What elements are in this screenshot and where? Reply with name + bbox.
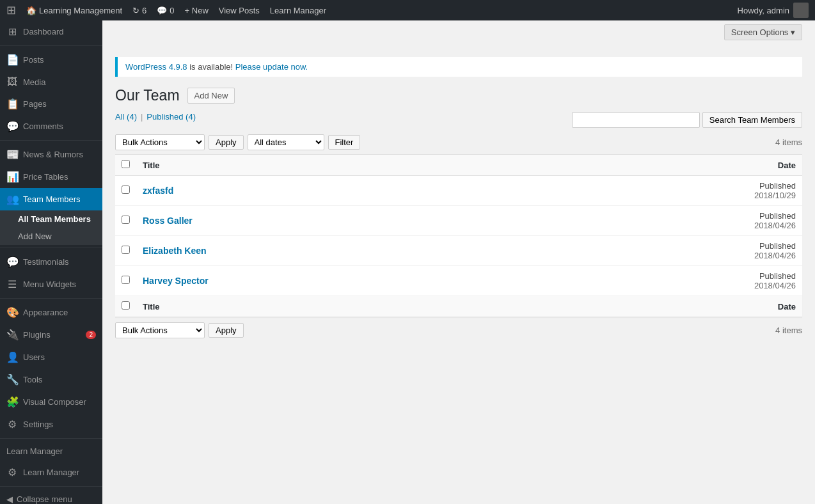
row-title-link[interactable]: Ross Galler — [143, 216, 193, 226]
sidebar-item-visual-composer[interactable]: 🧩 Visual Composer — [0, 391, 102, 413]
row-date-cell: Published 2018/04/26 — [530, 266, 802, 296]
adminbar-comments[interactable]: 💬 0 — [152, 0, 179, 20]
row-title-link[interactable]: zxfasfd — [143, 185, 173, 196]
row-title-link[interactable]: Harvey Spector — [143, 276, 209, 286]
posts-icon: 📄 — [6, 54, 18, 66]
screen-options-button[interactable]: Screen Options ▾ — [724, 24, 802, 40]
search-input[interactable] — [572, 112, 700, 128]
sidebar-item-plugins[interactable]: 🔌 Plugins 2 — [0, 324, 102, 346]
sidebar-item-news-rumors[interactable]: 📰 News & Rumors — [0, 143, 102, 166]
dashboard-icon: ⊞ — [6, 26, 18, 38]
sidebar-item-price-tables[interactable]: 📊 Price Tables — [0, 166, 102, 188]
learn-manager-icon: ⚙ — [6, 466, 18, 478]
sidebar-item-learn-manager-2[interactable]: ⚙ Learn Manager — [0, 461, 102, 484]
table-row: Ross Galler Published 2018/04/26 — [115, 206, 802, 236]
sidebar-item-dashboard[interactable]: ⊞ Dashboard — [0, 20, 102, 43]
search-area: Search Team Members — [572, 112, 802, 128]
sidebar-item-tools[interactable]: 🔧 Tools — [0, 368, 102, 391]
bulk-actions-select-top[interactable]: Bulk Actions — [115, 134, 205, 150]
wp-logo-icon[interactable]: ⊞ — [6, 3, 16, 17]
table-row: Elizabeth Keen Published 2018/04/26 — [115, 236, 802, 266]
updates-icon: ↻ — [132, 6, 139, 15]
tools-icon: 🔧 — [6, 374, 18, 386]
adminbar-updates[interactable]: ↻ 6 — [127, 0, 152, 20]
col-footer-cb — [115, 296, 136, 317]
sidebar-item-appearance[interactable]: 🎨 Appearance — [0, 301, 102, 324]
col-header-date[interactable]: Date — [530, 155, 802, 176]
select-all-checkbox-bottom[interactable] — [122, 301, 130, 310]
wp-version-link[interactable]: WordPress 4.9.8 — [125, 62, 187, 72]
row-date-cell: Published 2018/04/26 — [530, 206, 802, 236]
row-checkbox[interactable] — [122, 185, 130, 194]
add-new-button[interactable]: Add New — [187, 88, 235, 104]
submenu-add-new[interactable]: Add New — [0, 228, 102, 245]
filter-button[interactable]: Filter — [328, 135, 361, 150]
adminbar-view-posts[interactable]: View Posts — [214, 0, 265, 20]
filter-links: All (4) | Published (4) — [115, 112, 196, 122]
comments-icon: 💬 — [6, 120, 18, 132]
pages-icon: 📋 — [6, 98, 18, 110]
row-status: Published — [536, 241, 796, 251]
plugins-icon: 🔌 — [6, 329, 18, 341]
appearance-icon: 🎨 — [6, 306, 18, 319]
submenu-all-team-members[interactable]: All Team Members — [0, 210, 102, 228]
update-now-link[interactable]: Please update now. — [235, 62, 308, 72]
sidebar-item-comments[interactable]: 💬 Comments — [0, 115, 102, 138]
sidebar-item-pages[interactable]: 📋 Pages — [0, 93, 102, 115]
row-checkbox[interactable] — [122, 276, 130, 284]
col-header-cb — [115, 155, 136, 176]
col-header-title[interactable]: Title — [136, 155, 530, 176]
search-team-members-button[interactable]: Search Team Members — [702, 112, 802, 128]
page-title-area: Our Team Add New — [115, 87, 802, 104]
page-title: Our Team — [115, 87, 180, 104]
row-status: Published — [536, 211, 796, 221]
avatar[interactable] — [793, 3, 809, 18]
apply-button-bottom[interactable]: Apply — [209, 323, 244, 338]
row-title-cell: Elizabeth Keen — [136, 236, 530, 266]
users-icon: 👤 — [6, 351, 18, 363]
wrap: WordPress 4.9.8 is available! Please upd… — [102, 44, 815, 355]
row-checkbox[interactable] — [122, 246, 130, 254]
sidebar-item-team-members[interactable]: 👥 Team Members — [0, 188, 102, 210]
row-checkbox-cell — [115, 266, 136, 296]
row-title-link[interactable]: Elizabeth Keen — [143, 246, 207, 256]
row-checkbox[interactable] — [122, 216, 130, 224]
row-date: 2018/10/29 — [536, 191, 796, 200]
row-title-cell: Harvey Spector — [136, 266, 530, 296]
collapse-menu-button[interactable]: ◀ Collapse menu — [0, 489, 102, 504]
bulk-actions-select-bottom[interactable]: Bulk Actions — [115, 322, 205, 338]
date-filter-select[interactable]: All dates — [248, 134, 324, 150]
col-footer-title[interactable]: Title — [136, 296, 530, 317]
testimonials-icon: 💬 — [6, 256, 18, 268]
sidebar-item-menu-widgets[interactable]: ☰ Menu Widgets — [0, 273, 102, 295]
sidebar-item-media[interactable]: 🖼 Media — [0, 71, 102, 93]
sidebar-item-settings[interactable]: ⚙ Settings — [0, 413, 102, 436]
sidebar-item-users[interactable]: 👤 Users — [0, 346, 102, 368]
sidebar-item-testimonials[interactable]: 💬 Testimonials — [0, 251, 102, 273]
plugins-badge: 2 — [86, 331, 96, 339]
sidebar-item-learn-manager-1[interactable]: Learn Manager — [0, 441, 102, 461]
team-members-submenu: All Team Members Add New — [0, 210, 102, 245]
row-checkbox-cell — [115, 236, 136, 266]
home-icon: 🏠 — [26, 6, 36, 15]
table-row: zxfasfd Published 2018/10/29 — [115, 176, 802, 206]
adminbar-new[interactable]: + New — [180, 0, 214, 20]
adminbar-site[interactable]: 🏠 Learning Management — [21, 0, 127, 20]
team-members-table: Title Date zxfasfd Published 2018/10/29 — [115, 154, 802, 317]
admin-bar: ⊞ 🏠 Learning Management ↻ 6 💬 0 + New Vi… — [0, 0, 815, 20]
col-footer-date[interactable]: Date — [530, 296, 802, 317]
apply-button-top[interactable]: Apply — [209, 135, 244, 150]
sidebar-item-posts[interactable]: 📄 Posts — [0, 49, 102, 71]
comments-icon: 💬 — [157, 6, 167, 15]
adminbar-user-area: Howdy, admin — [738, 3, 809, 18]
adminbar-learn-manager[interactable]: Learn Manager — [265, 0, 331, 20]
row-date-cell: Published 2018/04/26 — [530, 236, 802, 266]
row-status: Published — [536, 181, 796, 191]
row-title-cell: zxfasfd — [136, 176, 530, 206]
collapse-icon: ◀ — [6, 494, 13, 504]
visual-composer-icon: 🧩 — [6, 396, 18, 408]
all-filter-link[interactable]: All (4) — [115, 112, 137, 122]
filter-search-row: All (4) | Published (4) Search Team Memb… — [115, 112, 802, 128]
select-all-checkbox-top[interactable] — [122, 160, 130, 168]
published-filter-link[interactable]: Published (4) — [146, 112, 196, 122]
